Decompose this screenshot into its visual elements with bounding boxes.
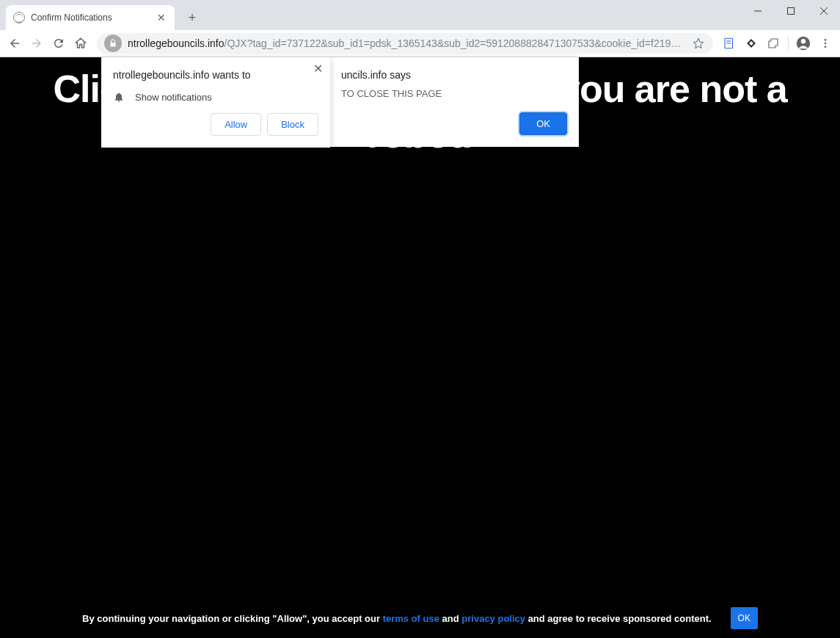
consent-bar: By continuing your navigation or clickin… <box>0 607 840 629</box>
permission-label: Show notifications <box>135 92 212 103</box>
consent-suffix: and agree to receive sponsored content. <box>525 613 712 624</box>
extension-icon-2[interactable] <box>741 33 762 54</box>
consent-text: By continuing your navigation or clickin… <box>82 613 712 624</box>
close-tab-icon[interactable]: ✕ <box>156 12 167 23</box>
tab-bar: Confirm Notifications ✕ + <box>0 0 840 30</box>
consent-prefix: By continuing your navigation or clickin… <box>82 613 383 624</box>
lock-icon[interactable] <box>104 35 122 52</box>
bell-icon <box>113 91 125 103</box>
alert-body: TO CLOSE THIS PAGE <box>341 88 567 99</box>
toolbar-divider <box>788 36 789 51</box>
permission-row: Show notifications <box>113 91 318 103</box>
window-controls <box>741 0 840 22</box>
window-close-button[interactable] <box>807 0 840 22</box>
browser-tab[interactable]: Confirm Notifications ✕ <box>6 5 175 30</box>
window-minimize-button[interactable] <box>741 0 774 22</box>
browser-toolbar: ntrollegebouncils.info/QJX?tag_id=737122… <box>0 30 840 57</box>
svg-point-10 <box>825 43 827 45</box>
extension-icon-1[interactable] <box>719 33 739 54</box>
close-icon[interactable]: ✕ <box>313 62 323 76</box>
allow-button[interactable]: Allow <box>211 113 261 136</box>
globe-icon <box>13 12 25 23</box>
menu-button[interactable] <box>815 33 836 54</box>
address-bar[interactable]: ntrollegebouncils.info/QJX?tag_id=737122… <box>97 33 713 54</box>
javascript-alert-dialog: uncils.info says TO CLOSE THIS PAGE OK <box>329 57 579 147</box>
consent-ok-button[interactable]: OK <box>731 607 758 629</box>
alert-ok-button[interactable]: OK <box>519 112 567 135</box>
back-button[interactable] <box>4 33 25 54</box>
extension-icon-3[interactable] <box>763 33 784 54</box>
consent-and: and <box>439 613 461 624</box>
svg-rect-1 <box>787 8 794 15</box>
svg-point-8 <box>801 39 806 43</box>
notification-permission-dialog: ✕ ntrollegebouncils.info wants to Show n… <box>101 57 330 148</box>
reload-button[interactable] <box>48 33 69 54</box>
profile-avatar-icon[interactable] <box>793 33 814 54</box>
url-path: /QJX?tag_id=737122&sub_id1=pdsk_1365143&… <box>224 37 685 49</box>
block-button[interactable]: Block <box>267 113 318 136</box>
home-button[interactable] <box>70 33 91 54</box>
permission-dialog-title: ntrollegebouncils.info wants to <box>113 69 318 81</box>
forward-button[interactable] <box>26 33 47 54</box>
svg-point-9 <box>825 39 827 41</box>
url-text: ntrollegebouncils.info/QJX?tag_id=737122… <box>128 37 685 49</box>
url-domain: ntrollegebouncils.info <box>128 37 224 49</box>
window-maximize-button[interactable] <box>774 0 807 22</box>
new-tab-button[interactable]: + <box>182 7 202 28</box>
tab-title: Confirm Notifications <box>31 12 150 23</box>
bookmark-star-icon[interactable] <box>691 37 706 49</box>
privacy-policy-link[interactable]: privacy policy <box>461 613 525 624</box>
alert-title: uncils.info says <box>341 69 567 81</box>
svg-point-11 <box>825 46 827 48</box>
terms-of-use-link[interactable]: terms of use <box>383 613 439 624</box>
